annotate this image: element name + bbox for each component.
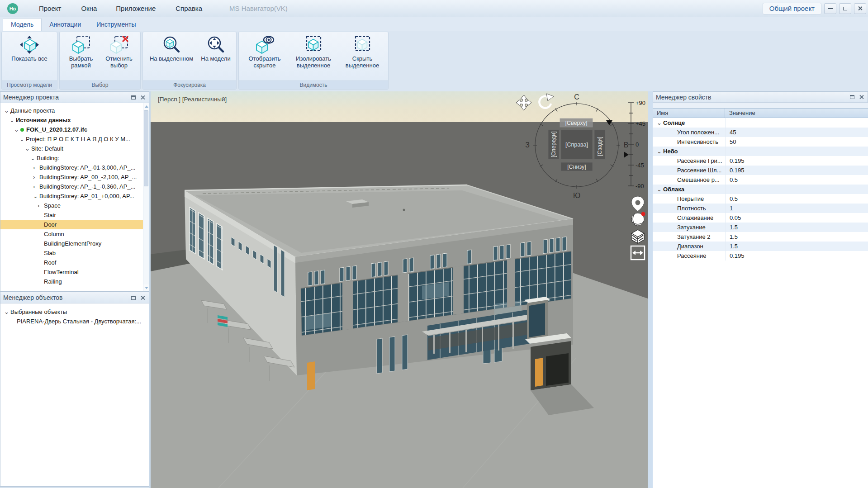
float-panel-icon[interactable]: [131, 296, 136, 300]
hide-selected-button[interactable]: Скрыть выделенное: [339, 34, 386, 69]
tree-item[interactable]: ⌄BuildingStorey: AP_01_+0,000, AP...: [0, 191, 149, 201]
chevron-collapsed-icon[interactable]: ›: [33, 182, 39, 191]
menu-project[interactable]: Проект: [39, 5, 61, 12]
tree-item[interactable]: ⌄Данные проекта: [0, 106, 149, 115]
selected-objects-root[interactable]: ⌄Выбранные объекты: [0, 307, 149, 317]
property-value[interactable]: [725, 185, 868, 194]
panel-splitter[interactable]: [648, 91, 653, 488]
chevron-expanded-icon[interactable]: ⌄: [653, 119, 662, 126]
compass-south-label[interactable]: Ю: [573, 192, 580, 199]
scroll-up-icon[interactable]: [143, 103, 149, 110]
close-panel-icon[interactable]: [859, 95, 864, 99]
property-value[interactable]: 0.195: [725, 156, 868, 166]
clear-selection-button[interactable]: Отменить выбор: [100, 34, 138, 69]
chevron-collapsed-icon[interactable]: ›: [33, 172, 39, 182]
float-panel-icon[interactable]: [850, 95, 854, 99]
tree-item[interactable]: BuildingElementProxy: [0, 239, 149, 248]
close-button[interactable]: [854, 3, 866, 14]
property-row[interactable]: ⌄Облака: [653, 185, 868, 194]
tree-item[interactable]: ⌄Project: П Р О Е К Т Н А Я Д О К У М...: [0, 134, 149, 144]
property-row[interactable]: Затухание1.5: [653, 223, 868, 232]
property-value[interactable]: [725, 118, 868, 128]
chevron-expanded-icon[interactable]: ⌄: [19, 134, 26, 144]
tree-item[interactable]: Stair: [0, 210, 149, 220]
property-row[interactable]: Затухание 21.5: [653, 232, 868, 242]
tab-model[interactable]: Модель: [3, 18, 42, 31]
zoom-to-model-button[interactable]: На модели: [198, 34, 234, 62]
chevron-expanded-icon[interactable]: ⌄: [33, 191, 39, 201]
tab-annotations[interactable]: Аннотации: [42, 19, 89, 31]
property-value[interactable]: 0.05: [725, 213, 868, 223]
view-bottom-button[interactable]: [Снизу]: [561, 162, 593, 171]
property-row[interactable]: Покрытие0.5: [653, 194, 868, 204]
view-top-button[interactable]: [Сверху]: [560, 118, 593, 127]
tree-item[interactable]: ⌄FOK_U_2020.12.07.ifc: [0, 125, 149, 134]
property-value[interactable]: 0.195: [725, 251, 868, 261]
show-all-button[interactable]: Показать все: [4, 34, 55, 62]
shared-project-button[interactable]: Общий проект: [763, 3, 821, 14]
close-panel-icon[interactable]: [140, 95, 145, 100]
property-value[interactable]: 45: [725, 128, 868, 137]
tree-item[interactable]: FlowTerminal: [0, 267, 149, 277]
menu-help[interactable]: Справка: [175, 5, 202, 12]
property-value[interactable]: 1.5: [725, 223, 868, 232]
tree-item[interactable]: ⌄Building:: [0, 153, 149, 163]
property-row[interactable]: Сглаживание0.05: [653, 213, 868, 223]
property-row[interactable]: Плотность1: [653, 204, 868, 213]
tab-tools[interactable]: Инструменты: [89, 19, 143, 31]
view-back-button[interactable]: [Сзади]: [594, 130, 605, 159]
column-name[interactable]: Имя: [653, 109, 725, 118]
property-row[interactable]: Интенсивность50: [653, 137, 868, 147]
menu-windows[interactable]: Окна: [81, 5, 97, 12]
compass-west-label[interactable]: З: [525, 141, 530, 149]
tree-item[interactable]: ›BuildingStorey: AP_-1_-0,360, AP_...: [0, 182, 149, 191]
minimize-button[interactable]: [824, 3, 836, 14]
tree-item[interactable]: Slab: [0, 248, 149, 258]
property-value[interactable]: 0.5: [725, 194, 868, 204]
chevron-collapsed-icon[interactable]: ›: [33, 163, 39, 172]
chevron-collapsed-icon[interactable]: ›: [38, 201, 44, 210]
close-panel-icon[interactable]: [140, 295, 145, 300]
tree-item[interactable]: Column: [0, 229, 149, 239]
property-row[interactable]: Угол положен...45: [653, 128, 868, 137]
property-row[interactable]: Рассеяние Гри...0.195: [653, 156, 868, 166]
compass-east-label[interactable]: В: [624, 141, 629, 149]
isolate-selected-button[interactable]: Изолировать выделенное: [288, 34, 339, 69]
scroll-down-icon[interactable]: [143, 284, 149, 291]
chevron-expanded-icon[interactable]: ⌄: [653, 148, 662, 155]
scrollbar-thumb[interactable]: [144, 110, 148, 186]
tree-item[interactable]: Door: [0, 220, 149, 229]
tree-item[interactable]: ›BuildingStorey: AP_00_-2,100, AP_...: [0, 172, 149, 182]
chevron-expanded-icon[interactable]: ⌄: [4, 307, 10, 317]
show-hidden-button[interactable]: Отобразить скрытое: [241, 34, 288, 69]
property-value[interactable]: [725, 147, 868, 156]
view-right-button[interactable]: [Справа]: [561, 130, 593, 159]
chevron-expanded-icon[interactable]: ⌄: [25, 144, 31, 153]
property-value[interactable]: 1.5: [725, 242, 868, 251]
maximize-button[interactable]: [839, 3, 851, 14]
compass-north-label[interactable]: С: [574, 93, 579, 101]
tree-item[interactable]: ⌄Site: Default: [0, 144, 149, 153]
chevron-expanded-icon[interactable]: ⌄: [30, 153, 37, 163]
viewport-3d[interactable]: [Персп.] [Реалистичный] С Ю З В: [151, 91, 648, 488]
property-row[interactable]: ⌄Солнце: [653, 118, 868, 128]
chevron-expanded-icon[interactable]: ⌄: [9, 115, 16, 125]
property-value[interactable]: 0.5: [725, 175, 868, 185]
property-value[interactable]: 1: [725, 204, 868, 213]
tree-item[interactable]: ⌄Источники данных: [0, 115, 149, 125]
menu-application[interactable]: Приложение: [116, 5, 156, 12]
chevron-expanded-icon[interactable]: ⌄: [14, 125, 20, 134]
chevron-expanded-icon[interactable]: ⌄: [4, 106, 10, 115]
view-front-button[interactable]: [Спереди]: [548, 130, 559, 159]
tree-item[interactable]: Railing: [0, 277, 149, 286]
property-row[interactable]: Смешанное р...0.5: [653, 175, 868, 185]
zoom-to-selected-button[interactable]: На выделенном: [145, 34, 198, 62]
property-row[interactable]: Рассеяние Шл...0.195: [653, 166, 868, 175]
float-panel-icon[interactable]: [131, 95, 136, 99]
property-row[interactable]: Диапазон1.5: [653, 242, 868, 251]
property-row[interactable]: Рассеяние0.195: [653, 251, 868, 261]
property-value[interactable]: 1.5: [725, 232, 868, 242]
property-row[interactable]: ⌄Небо: [653, 147, 868, 156]
column-value[interactable]: Значение: [725, 109, 868, 118]
chevron-expanded-icon[interactable]: ⌄: [653, 186, 662, 193]
